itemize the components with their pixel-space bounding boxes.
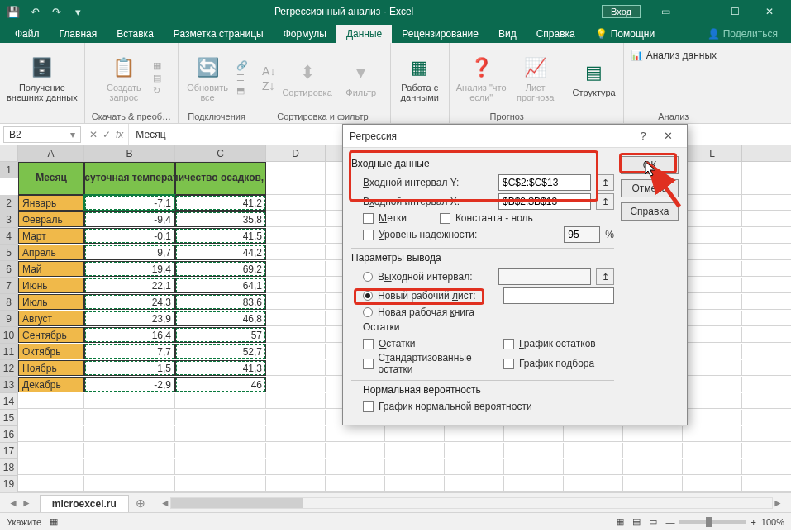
new-worksheet-radio[interactable] (363, 291, 373, 301)
confidence-checkbox[interactable] (363, 230, 374, 240)
new-worksheet-input[interactable] (503, 287, 614, 304)
cell[interactable] (564, 459, 623, 475)
redo-icon[interactable]: ↷ (48, 3, 64, 20)
cell[interactable] (742, 426, 791, 442)
precip-cell[interactable]: 41,2 (175, 195, 266, 211)
precip-cell[interactable]: 41,5 (175, 228, 266, 244)
cell[interactable] (683, 211, 742, 227)
cell[interactable] (326, 476, 385, 492)
zoom-slider[interactable] (679, 520, 746, 524)
save-icon[interactable]: 💾 (5, 3, 21, 20)
y-range-input[interactable] (498, 174, 591, 191)
cell[interactable] (564, 476, 623, 492)
cell[interactable] (504, 443, 564, 458)
cell[interactable] (683, 426, 742, 442)
cell[interactable] (175, 426, 266, 442)
cell[interactable] (742, 476, 791, 492)
cell[interactable] (683, 377, 742, 392)
zoom-control[interactable]: — + 100% (665, 517, 784, 527)
cell[interactable] (742, 393, 791, 409)
cell[interactable] (683, 393, 742, 409)
cell[interactable] (683, 195, 742, 211)
sheet-next-icon[interactable]: ► (21, 497, 31, 509)
tab-formulas[interactable]: Формулы (274, 25, 336, 43)
precip-cell[interactable]: 46,8 (175, 311, 266, 326)
cell[interactable] (84, 426, 175, 442)
cell[interactable] (742, 377, 791, 392)
cell[interactable] (504, 426, 564, 442)
row-header-17[interactable]: 17 (0, 443, 18, 459)
cell[interactable] (683, 261, 742, 277)
cell[interactable] (266, 393, 326, 409)
temp-cell[interactable]: -9,4 (84, 211, 175, 227)
cell[interactable] (266, 245, 326, 260)
cell[interactable] (683, 443, 742, 458)
temp-cell[interactable]: -7,1 (84, 195, 175, 211)
precip-cell[interactable]: 52,7 (175, 344, 266, 359)
get-external-data-button[interactable]: 🗄️Получение внешних данных (7, 55, 78, 102)
cell[interactable] (564, 426, 623, 442)
col-header-[interactable] (742, 145, 791, 162)
dialog-help-icon[interactable]: ? (631, 130, 655, 142)
cell[interactable] (683, 311, 742, 326)
cell[interactable] (266, 228, 326, 244)
row-header-9[interactable]: 9 (0, 311, 18, 327)
month-cell[interactable]: Январь (18, 195, 84, 211)
residuals-checkbox[interactable] (363, 339, 374, 349)
enter-formula-icon[interactable]: ✓ (102, 129, 111, 140)
month-cell[interactable]: Июнь (18, 278, 84, 293)
minimize-icon[interactable]: — (684, 2, 717, 21)
cell[interactable] (84, 459, 175, 475)
normal-plot-checkbox[interactable] (363, 401, 374, 412)
row-header-7[interactable]: 7 (0, 278, 18, 294)
row-header-4[interactable]: 4 (0, 228, 18, 245)
cell[interactable] (18, 459, 84, 475)
std-resid-checkbox[interactable] (363, 359, 374, 369)
cell[interactable] (742, 162, 791, 195)
row-header-13[interactable]: 13 (0, 377, 18, 393)
tab-view[interactable]: Вид (488, 25, 527, 43)
cell[interactable] (266, 377, 326, 392)
cell[interactable] (266, 327, 326, 343)
undo-icon[interactable]: ↶ (26, 3, 43, 20)
month-cell[interactable]: Октябрь (18, 344, 84, 359)
dialog-close-icon[interactable]: ✕ (655, 130, 680, 142)
zoom-in-icon[interactable]: + (750, 517, 755, 527)
row-header-12[interactable]: 12 (0, 360, 18, 377)
cell[interactable] (504, 476, 564, 492)
ribbon-options-icon[interactable]: ▭ (649, 2, 682, 21)
filter-button[interactable]: ▾Фильтр (339, 59, 384, 97)
cell[interactable] (445, 476, 504, 492)
cell[interactable] (623, 426, 683, 442)
share-button[interactable]: 👤Поделиться (698, 25, 791, 43)
tab-file[interactable]: Файл (5, 25, 50, 43)
sort-za-icon[interactable]: Z↓ (262, 79, 275, 93)
cell[interactable] (683, 410, 742, 425)
select-all-corner[interactable] (0, 145, 18, 162)
cell[interactable] (18, 393, 84, 409)
cell[interactable] (742, 294, 791, 310)
cancel-button[interactable]: Отмена (621, 179, 679, 197)
add-sheet-icon[interactable]: ⊕ (129, 496, 152, 510)
cell[interactable] (326, 443, 385, 458)
fit-plot-checkbox[interactable] (503, 359, 514, 369)
fx-icon[interactable]: fx (116, 129, 123, 140)
month-cell[interactable]: Декабрь (18, 377, 84, 392)
cell[interactable] (623, 443, 683, 458)
x-range-input[interactable] (498, 193, 591, 210)
macro-icon[interactable]: ▦ (50, 516, 58, 527)
cell[interactable] (683, 327, 742, 343)
row-header-18[interactable]: 18 (0, 459, 18, 476)
precip-cell[interactable]: 69,2 (175, 261, 266, 277)
new-workbook-radio[interactable] (363, 307, 373, 317)
cell[interactable] (683, 476, 742, 492)
labels-checkbox[interactable] (363, 213, 374, 224)
resid-plot-checkbox[interactable] (503, 339, 514, 349)
cell[interactable] (683, 344, 742, 359)
data-analysis-button[interactable]: 📊Анализ данных (631, 50, 717, 61)
col-header-A[interactable]: A (18, 145, 84, 162)
cell[interactable] (742, 211, 791, 227)
temp-cell[interactable]: 9,7 (84, 245, 175, 260)
month-cell[interactable]: Июль (18, 294, 84, 310)
cell[interactable] (18, 443, 84, 458)
